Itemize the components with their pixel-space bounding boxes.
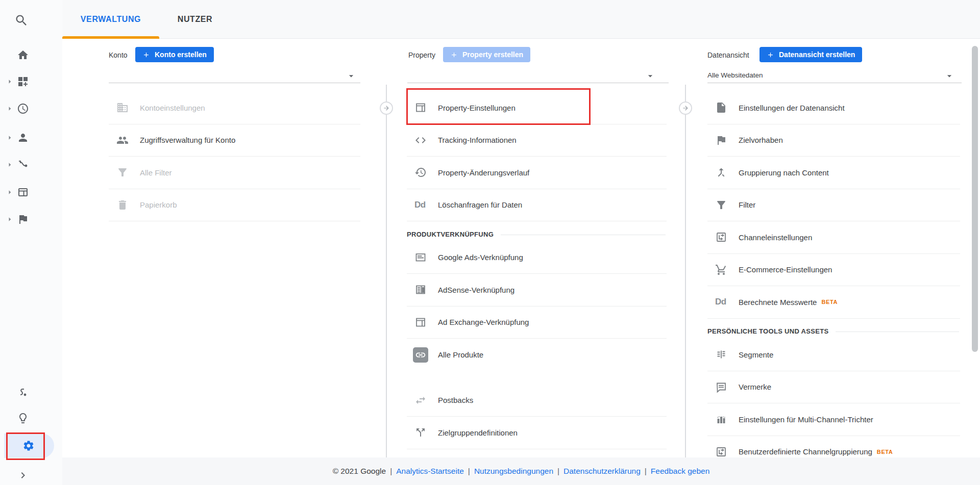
list-item-tracking-informationen[interactable]: Tracking-Informationen: [407, 124, 667, 157]
merge-icon: [715, 166, 727, 178]
nav-audience[interactable]: [0, 125, 62, 150]
lightbulb-icon: [17, 412, 29, 424]
list-item-postbacks[interactable]: Postbacks: [407, 385, 667, 417]
list-item-vermerke[interactable]: Vermerke: [707, 371, 960, 404]
nav-attribution[interactable]: [0, 380, 62, 405]
tab-nutzer[interactable]: NUTZER: [159, 0, 231, 39]
search-icon: [14, 13, 29, 28]
vertical-scrollbar-thumb[interactable]: [972, 46, 978, 352]
view-selector-value[interactable]: Alle Websitedaten: [707, 71, 763, 79]
conversions-flag-icon: [17, 213, 29, 225]
section-rule: [501, 235, 666, 235]
list-item-property-aenderungsverlauf[interactable]: Property-Änderungsverlauf: [407, 157, 667, 189]
expand-arrow-icon[interactable]: [5, 188, 14, 197]
item-label: Benutzerdefinierte Channelgruppierung: [739, 447, 872, 456]
arrow-forward-connector: [679, 101, 692, 115]
list-item-zielgruppendefinitionen[interactable]: Zielgruppendefinitionen: [407, 417, 667, 449]
active-tab-underline: [62, 36, 159, 39]
plus-icon: [767, 51, 774, 59]
nav-home[interactable]: [0, 43, 62, 67]
item-label: Alle Produkte: [438, 350, 483, 359]
footer-separator: |: [645, 467, 647, 476]
list-item-alle-produkte[interactable]: Alle Produkte: [407, 339, 667, 371]
item-label: Property-Einstellungen: [438, 104, 516, 112]
acquisition-node-icon: [17, 159, 29, 171]
nav-behavior[interactable]: [0, 180, 62, 205]
flag-icon: [715, 134, 727, 146]
list-item-alle-filter[interactable]: Alle Filter: [109, 157, 360, 189]
footer-link-feedback-geben[interactable]: Feedback geben: [651, 467, 709, 476]
item-label: Zielgruppendefinitionen: [438, 428, 518, 437]
tab-verwaltung[interactable]: VERWALTUNG: [62, 0, 159, 39]
item-label: Berechnete Messwerte: [739, 298, 817, 307]
list-gap: [407, 371, 667, 385]
item-label: E-Commerce-Einstellungen: [739, 265, 832, 274]
nav-realtime[interactable]: [0, 96, 62, 121]
shopping-cart-icon: [715, 264, 727, 276]
gear-icon: [22, 440, 35, 452]
expand-arrow-icon[interactable]: [5, 77, 14, 86]
list-item-channeleinstellungen[interactable]: Channeleinstellungen: [707, 221, 960, 254]
view-selector-caret[interactable]: [944, 71, 954, 81]
comment-icon: [715, 381, 727, 393]
footer-link-nutzungsbedingungen[interactable]: Nutzungsbedingungen: [474, 467, 553, 476]
nav-admin-selected[interactable]: [4, 433, 54, 458]
list-item-papierkorb[interactable]: Papierkorb: [109, 189, 360, 222]
nav-customization[interactable]: [0, 69, 62, 94]
expand-arrow-icon[interactable]: [5, 133, 14, 142]
account-selector-caret[interactable]: [346, 71, 356, 81]
item-label: Filter: [739, 200, 755, 209]
item-label: Tracking-Informationen: [438, 136, 517, 144]
nav-collapse[interactable]: [0, 463, 62, 485]
create-view-button[interactable]: Datenansicht erstellen: [760, 47, 862, 62]
list-item-ad-exchange-verknuepfung[interactable]: Ad Exchange-Verknüpfung: [407, 307, 667, 339]
segments-icon: [715, 348, 727, 361]
create-property-button[interactable]: Property erstellen: [443, 47, 530, 62]
list-item-gruppierung-nach-content[interactable]: Gruppierung nach Content: [707, 157, 960, 189]
nav-discover[interactable]: [0, 406, 62, 430]
page-footer: © 2021 Google | Analytics-Startseite | N…: [62, 457, 980, 485]
beta-badge: BETA: [877, 449, 893, 455]
create-account-button[interactable]: Konto erstellen: [135, 47, 214, 62]
list-item-segmente[interactable]: Segmente: [707, 339, 960, 371]
list-item-einstellungen-datenansicht[interactable]: Einstellungen der Datenansicht: [707, 92, 960, 124]
datenansicht-column-label: Datenansicht: [707, 51, 749, 59]
copyright-text: © 2021 Google: [333, 467, 386, 476]
list-item-filter[interactable]: Filter: [707, 189, 960, 222]
business-icon: [116, 101, 129, 114]
customization-grid-icon: [17, 75, 29, 88]
footer-link-datenschutzerklaerung[interactable]: Datenschutzerklärung: [564, 467, 641, 476]
property-window-icon: [414, 101, 427, 114]
nav-acquisition[interactable]: [0, 152, 62, 177]
konto-settings-list: Kontoeinstellungen Zugriffsverwaltung fü…: [109, 92, 360, 221]
realtime-clock-icon: [17, 103, 29, 115]
list-item-zugriffsverwaltung[interactable]: Zugriffsverwaltung für Konto: [109, 124, 360, 157]
item-label: Channeleinstellungen: [739, 233, 812, 242]
list-item-property-einstellungen[interactable]: Property-Einstellungen: [407, 92, 667, 124]
footer-link-analytics-startseite[interactable]: Analytics-Startseite: [396, 467, 464, 476]
list-item-zielvorhaben[interactable]: Zielvorhaben: [707, 124, 960, 157]
list-item-loeschanfragen[interactable]: Dd Löschanfragen für Daten: [407, 189, 667, 222]
item-label: Kontoeinstellungen: [140, 104, 205, 112]
list-item-ecommerce-einstellungen[interactable]: E-Commerce-Einstellungen: [707, 254, 960, 287]
beta-badge: BETA: [821, 299, 838, 305]
code-icon: [414, 134, 427, 146]
nav-conversions[interactable]: [0, 207, 62, 232]
history-icon: [414, 166, 427, 178]
list-item-multi-channel-trichter[interactable]: Einstellungen für Multi-Channel-Trichter: [707, 403, 960, 436]
list-item-berechnete-messwerte[interactable]: Dd Berechnete Messwerte BETA: [707, 286, 960, 319]
nav-search[interactable]: [0, 8, 62, 33]
list-item-google-ads-verknuepfung[interactable]: Google Ads-Verknüpfung: [407, 242, 667, 274]
admin-tabs: VERWALTUNG NUTZER: [62, 0, 231, 39]
list-item-adsense-verknuepfung[interactable]: AdSense-Verknüpfung: [407, 274, 667, 307]
item-label: Vermerke: [739, 382, 771, 391]
list-item-kontoeinstellungen[interactable]: Kontoeinstellungen: [109, 92, 360, 124]
property-selector-caret[interactable]: [645, 71, 655, 81]
item-label: Ad Exchange-Verknüpfung: [438, 318, 529, 326]
trash-icon: [116, 199, 129, 211]
expand-arrow-icon[interactable]: [5, 104, 14, 113]
expand-arrow-icon[interactable]: [5, 215, 14, 224]
adsense-list-icon: [414, 284, 427, 296]
expand-arrow-icon[interactable]: [5, 160, 14, 169]
view-settings-list: Einstellungen der Datenansicht Zielvorha…: [707, 92, 960, 468]
